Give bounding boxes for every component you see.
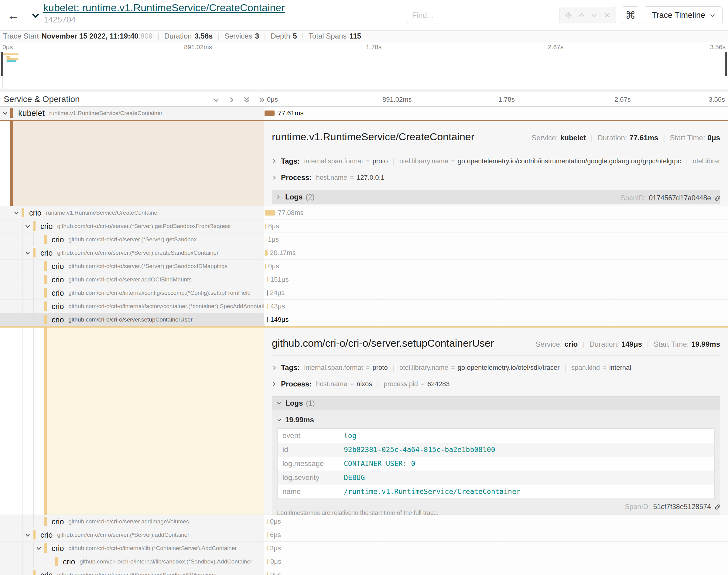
copy-link-icon[interactable] [714, 195, 721, 202]
span-timeline-cell[interactable]: 0μs [264, 260, 728, 273]
collapse-one-chevron-down-icon[interactable] [212, 96, 220, 104]
logs-section: Logs (1) 19.99ms event log id 92b82381- [272, 396, 720, 515]
span-duration-bar[interactable] [267, 572, 268, 575]
span-duration-bar[interactable] [265, 264, 266, 269]
span-duration-bar[interactable] [267, 277, 268, 282]
clear-find-close-icon[interactable] [603, 11, 611, 19]
span-row[interactable]: crio github.com/cri-o/cri-o/server.(*Ser… [0, 528, 728, 542]
span-timeline-cell[interactable]: 1μs [264, 233, 728, 246]
collapse-title-chevron-down-icon[interactable] [30, 11, 41, 20]
span-expander-chevron-down-icon[interactable] [24, 223, 32, 229]
span-timeline-cell[interactable]: 0μs [264, 568, 728, 575]
span-timeline-cell[interactable]: 3μs [264, 542, 728, 555]
span-detail-title: runtime.v1.RuntimeService/CreateContaine… [272, 131, 474, 143]
span-duration-label: 0μs [268, 262, 279, 270]
span-timeline-cell[interactable]: 151μs [264, 273, 728, 286]
span-row[interactable]: crio github.com/cri-o/cri-o/internal/lib… [0, 555, 728, 568]
expand-one-chevron-right-icon[interactable] [228, 96, 235, 104]
prev-result-chevron-up-icon[interactable] [578, 11, 586, 19]
span-name-cell[interactable]: crio github.com/cri-o/cri-o/server.addIm… [0, 515, 264, 528]
span-timeline-cell[interactable]: 20.17ms [264, 246, 728, 259]
timeline-minimap[interactable] [0, 52, 728, 89]
span-name-cell[interactable]: crio github.com/cri-o/cri-o/server.(*Ser… [0, 233, 264, 246]
trace-view-selector[interactable]: Trace Timeline [645, 6, 723, 24]
span-row[interactable]: crio github.com/cri-o/cri-o/server.(*Ser… [0, 246, 728, 260]
span-name-cell[interactable]: crio github.com/cri-o/cri-o/internal/lib… [0, 542, 264, 555]
span-name-cell[interactable]: kubelet runtime.v1.RuntimeService/Create… [0, 107, 264, 120]
log-entry-toggle[interactable]: 19.99ms [277, 416, 720, 424]
process-accordion[interactable]: Process: host.name=nixos | process.pid=6… [272, 380, 720, 388]
span-row-selected[interactable]: crio github.com/cri-o/cri-o/server.setup… [0, 313, 728, 326]
span-expander-chevron-down-icon[interactable] [35, 545, 43, 551]
find-group [407, 7, 616, 23]
span-duration-bar[interactable] [267, 559, 268, 564]
span-timeline-cell[interactable]: 77.61ms [264, 107, 728, 120]
span-name-cell[interactable]: crio github.com/cri-o/cri-o/internal/lib… [0, 555, 264, 568]
trace-title-link[interactable]: kubelet: runtime.v1.RuntimeService/Creat… [43, 2, 285, 14]
span-duration-bar[interactable] [265, 250, 268, 256]
span-duration-label: 151μs [270, 276, 289, 283]
log-field-key: log.message [277, 456, 344, 471]
span-row[interactable]: crio github.com/cri-o/cri-o/internal/lib… [0, 542, 728, 555]
process-accordion[interactable]: Process: host.name=127.0.0.1 [272, 173, 720, 182]
span-duration-bar[interactable] [267, 546, 268, 551]
span-row[interactable]: crio github.com/cri-o/cri-o/internal/con… [0, 286, 728, 300]
back-arrow-icon[interactable]: ← [5, 7, 22, 24]
span-expander-chevron-down-icon[interactable] [12, 210, 20, 216]
logs-accordion[interactable]: Logs (1) [272, 397, 720, 410]
span-duration-bar[interactable] [265, 237, 265, 242]
next-result-chevron-down-icon[interactable] [590, 11, 598, 19]
span-detail-card: runtime.v1.RuntimeService/CreateContaine… [264, 121, 728, 206]
span-duration-bar[interactable] [267, 519, 268, 524]
span-name-cell[interactable]: crio github.com/cri-o/cri-o/server.(*Ser… [0, 219, 264, 233]
span-expander-chevron-down-icon[interactable] [1, 110, 9, 116]
detail-duration: 77.61ms [630, 134, 658, 142]
span-row[interactable]: crio github.com/cri-o/cri-o/internal/fac… [0, 300, 728, 313]
span-duration-label: 20.17ms [270, 249, 296, 257]
span-timeline-cell[interactable]: 8μs [264, 219, 728, 233]
span-expander-chevron-down-icon[interactable] [24, 250, 32, 256]
span-name-cell[interactable]: crio github.com/cri-o/cri-o/server.(*Ser… [0, 568, 264, 575]
minimap-right-drag-handle[interactable] [725, 52, 727, 76]
span-duration-bar[interactable] [267, 317, 268, 323]
span-row[interactable]: crio github.com/cri-o/cri-o/server.(*Ser… [0, 233, 728, 246]
span-timeline-cell[interactable]: 149μs [264, 313, 728, 326]
span-row[interactable]: crio github.com/cri-o/cri-o/server.(*Ser… [0, 568, 728, 575]
span-timeline-cell[interactable]: 24μs [264, 286, 728, 299]
span-duration-bar[interactable] [267, 290, 268, 296]
copy-link-icon[interactable] [714, 503, 721, 511]
tags-accordion[interactable]: Tags: internal.span.format=proto | otel.… [272, 363, 720, 372]
span-name-cell[interactable]: crio github.com/cri-o/cri-o/server.setup… [0, 313, 264, 326]
find-input[interactable] [407, 7, 559, 23]
span-timeline-cell[interactable]: 77.08ms [264, 206, 728, 219]
collapse-all-double-chevron-down-icon[interactable] [243, 96, 250, 104]
keyboard-shortcuts-button[interactable]: ⌘ [622, 6, 639, 24]
minimap-left-drag-handle[interactable] [1, 52, 3, 76]
span-name-cell[interactable]: crio github.com/cri-o/cri-o/server.(*Ser… [0, 528, 264, 541]
tags-accordion[interactable]: Tags: internal.span.format=proto | otel.… [272, 157, 720, 165]
chevron-right-icon [272, 175, 277, 180]
span-expander-chevron-down-icon[interactable] [24, 532, 32, 538]
span-row[interactable]: crio github.com/cri-o/cri-o/server.addIm… [0, 515, 728, 528]
span-duration-bar[interactable] [265, 210, 275, 215]
span-name-cell[interactable]: crio github.com/cri-o/cri-o/server.(*Ser… [0, 246, 264, 259]
span-name-cell[interactable]: crio github.com/cri-o/cri-o/server.addOC… [0, 273, 264, 286]
span-duration-bar[interactable] [265, 224, 266, 229]
span-timeline-cell[interactable]: 0μs [264, 555, 728, 568]
span-row[interactable]: crio github.com/cri-o/cri-o/server.(*Ser… [0, 219, 728, 233]
span-row[interactable]: crio github.com/cri-o/cri-o/server.(*Ser… [0, 260, 728, 273]
span-duration-bar[interactable] [265, 110, 274, 116]
span-timeline-cell[interactable]: 43μs [264, 300, 728, 313]
span-duration-bar[interactable] [267, 304, 268, 309]
span-name-cell[interactable]: crio github.com/cri-o/cri-o/server.(*Ser… [0, 260, 264, 273]
span-name-cell[interactable]: crio runtime.v1.RuntimeService/CreateCon… [0, 206, 264, 219]
span-timeline-cell[interactable]: 0μs [264, 515, 728, 528]
span-duration-bar[interactable] [267, 532, 268, 538]
span-row[interactable]: crio runtime.v1.RuntimeService/CreateCon… [0, 206, 728, 219]
span-name-cell[interactable]: crio github.com/cri-o/cri-o/internal/con… [0, 286, 264, 299]
span-row[interactable]: kubelet runtime.v1.RuntimeService/Create… [0, 107, 728, 120]
focus-target-icon[interactable] [565, 11, 572, 19]
span-name-cell[interactable]: crio github.com/cri-o/cri-o/internal/fac… [0, 300, 264, 313]
span-row[interactable]: crio github.com/cri-o/cri-o/server.addOC… [0, 273, 728, 286]
span-timeline-cell[interactable]: 6μs [264, 528, 728, 541]
